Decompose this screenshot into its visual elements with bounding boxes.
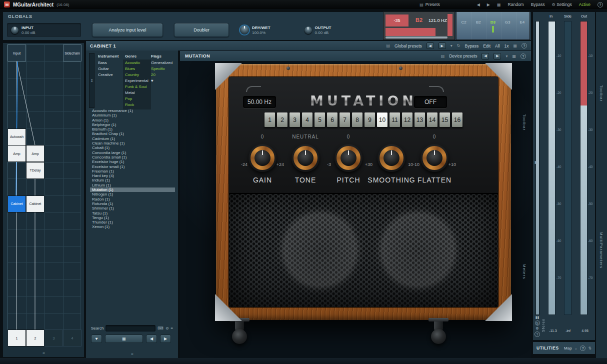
- filter-item[interactable]: Country: [125, 72, 151, 78]
- slot-button[interactable]: 1: [264, 112, 276, 128]
- settings-button[interactable]: ⚙ Settings: [552, 2, 572, 7]
- preset-list-item[interactable]: Aluminium (1): [90, 113, 175, 118]
- filter-item[interactable]: Blues: [125, 66, 151, 72]
- preset-list-item[interactable]: Hard key (4): [90, 174, 175, 178]
- preset-list-item[interactable]: Tengu (1): [90, 216, 175, 220]
- slot-button[interactable]: 12: [402, 112, 413, 128]
- slot-button[interactable]: 8: [352, 112, 363, 128]
- drywet-knob-icon[interactable]: [240, 26, 249, 34]
- bypass-button[interactable]: Bypass: [464, 44, 478, 48]
- help-icon[interactable]: ?: [522, 43, 527, 48]
- clear-search-icon[interactable]: ⊘: [166, 326, 169, 330]
- knob[interactable]: [334, 144, 362, 172]
- preset-next-button[interactable]: ▶: [438, 42, 446, 49]
- gain-slider[interactable]: [536, 21, 540, 315]
- route-node[interactable]: Autowah: [8, 128, 26, 146]
- caret-icon[interactable]: ⌄: [574, 346, 578, 350]
- knob[interactable]: [248, 144, 276, 172]
- knob[interactable]: [378, 144, 406, 172]
- gear-icon[interactable]: ⚙: [536, 326, 538, 330]
- route-node[interactable]: 3: [44, 330, 63, 346]
- filter-item[interactable]: Generalized: [151, 60, 177, 66]
- routing-collapse-handle[interactable]: ‹‹: [3, 350, 84, 356]
- active-toggle[interactable]: Active: [579, 2, 590, 7]
- updown-icon[interactable]: ⇅: [588, 346, 592, 350]
- preset-list-item[interactable]: Bismuth (1): [90, 127, 175, 132]
- search-input[interactable]: [106, 325, 156, 332]
- route-node[interactable]: Sidechain: [63, 44, 82, 62]
- slot-button[interactable]: 5: [314, 112, 326, 128]
- knob[interactable]: [420, 144, 448, 172]
- mode-display[interactable]: OFF: [414, 96, 447, 108]
- preset-list-item[interactable]: Cadmium (1): [90, 136, 175, 141]
- preset-list-item[interactable]: Bradford Chap (1): [90, 132, 175, 136]
- browser-collapse-handle[interactable]: ‹‹: [86, 352, 178, 356]
- favorite-button[interactable]: ♥: [91, 334, 102, 343]
- dropdown-icon[interactable]: ▾: [450, 44, 452, 48]
- toolbar-collapsed-strip[interactable]: Toolbar: [522, 114, 526, 130]
- keyboard-icon[interactable]: ⌨: [158, 326, 164, 330]
- route-node[interactable]: Amp: [26, 145, 44, 162]
- help-icon[interactable]: ?: [520, 54, 526, 59]
- route-node[interactable]: TDelay: [26, 162, 44, 179]
- preset-list-item[interactable]: Mutation (1): [90, 188, 175, 192]
- filter-item[interactable]: Specific: [151, 66, 177, 72]
- preset-prev-button[interactable]: ◀: [482, 53, 489, 60]
- preset-list-item[interactable]: Concordia large (1): [90, 150, 175, 155]
- filter-item[interactable]: Pop: [125, 96, 151, 102]
- preset-list-item[interactable]: Excelsior huge (1): [90, 160, 175, 164]
- preset-list-item[interactable]: Excelsior small (1): [90, 164, 175, 169]
- slot-button[interactable]: 2: [276, 112, 288, 128]
- filter-item[interactable]: ♥: [151, 78, 177, 84]
- preset-prev-button[interactable]: ◀: [477, 2, 480, 7]
- preset-list-item[interactable]: Rotunda (1): [90, 202, 175, 206]
- slot-button[interactable]: 15: [439, 112, 450, 128]
- preset-list-item[interactable]: Xenon (1): [90, 224, 175, 229]
- preset-list-item[interactable]: Clean machine (1): [90, 141, 175, 146]
- filter-item[interactable]: Funk & Soul: [125, 84, 151, 90]
- random-button[interactable]: Random: [508, 2, 524, 7]
- device-presets-label[interactable]: Device presets: [449, 54, 477, 58]
- all-button[interactable]: All: [495, 44, 500, 48]
- preset-display-button[interactable]: ▦: [105, 334, 143, 343]
- preset-list-item[interactable]: Freeman (1): [90, 169, 175, 174]
- preset-list-item[interactable]: Belphegor (1): [90, 122, 175, 127]
- preset-list-icon[interactable]: ▦: [497, 2, 501, 7]
- route-node[interactable]: Cabinet: [26, 196, 44, 212]
- route-node[interactable]: 4: [63, 330, 82, 346]
- drywet-control[interactable]: DRY/WET 100.0%: [240, 23, 270, 37]
- preset-list-item[interactable]: Thunder (1): [90, 220, 175, 224]
- slot-button[interactable]: 3: [289, 112, 300, 128]
- filter-item[interactable]: Metal: [125, 90, 151, 96]
- frequency-display[interactable]: 50.00 Hz: [243, 96, 276, 108]
- note-scale-display[interactable]: C2 B2 D3 G3 E4: [456, 12, 530, 40]
- routing-grid[interactable]: Input Sidechain Autowah Amp Amp: [7, 44, 81, 346]
- route-node[interactable]: 1: [8, 330, 26, 346]
- input-knob-icon[interactable]: [11, 26, 18, 34]
- help-icon[interactable]: ?: [580, 346, 586, 351]
- preset-list-item[interactable]: Cobalt (1): [90, 146, 175, 150]
- preset-list-item[interactable]: Shimmer (1): [90, 206, 175, 210]
- dropdown-icon[interactable]: ▾: [506, 54, 508, 58]
- route-node[interactable]: 2: [26, 330, 44, 346]
- input-gain-control[interactable]: INPUT 0.00 dB: [7, 23, 81, 37]
- edit-button[interactable]: Edit: [483, 44, 490, 48]
- preset-next-button[interactable]: ▶: [494, 53, 501, 60]
- filter-item[interactable]: 20: [151, 72, 177, 78]
- preset-prev-button[interactable]: ◀: [426, 42, 434, 49]
- filter-item[interactable]: Guitar: [98, 66, 124, 72]
- pitch-detector-display[interactable]: -35 B2 121.0 HZ: [383, 12, 455, 40]
- output-knob-icon[interactable]: [304, 26, 312, 34]
- route-node[interactable]: Input: [8, 44, 26, 62]
- filter-scrollbar[interactable]: ⇕: [89, 53, 94, 108]
- pause-icon[interactable]: ▮▮: [536, 316, 540, 320]
- slot-button[interactable]: 9: [364, 112, 376, 128]
- preset-list-item[interactable]: Radon (1): [90, 197, 175, 202]
- help-icon[interactable]: ?: [598, 2, 603, 8]
- filter-item[interactable]: Experimental: [125, 78, 151, 84]
- previous-preset-button[interactable]: ◀: [146, 334, 157, 343]
- slot-button[interactable]: 7: [339, 112, 350, 128]
- route-node[interactable]: Cabinet: [8, 196, 26, 212]
- knob[interactable]: [292, 144, 320, 172]
- multiparameters-strip[interactable]: MultiParameters: [599, 232, 604, 268]
